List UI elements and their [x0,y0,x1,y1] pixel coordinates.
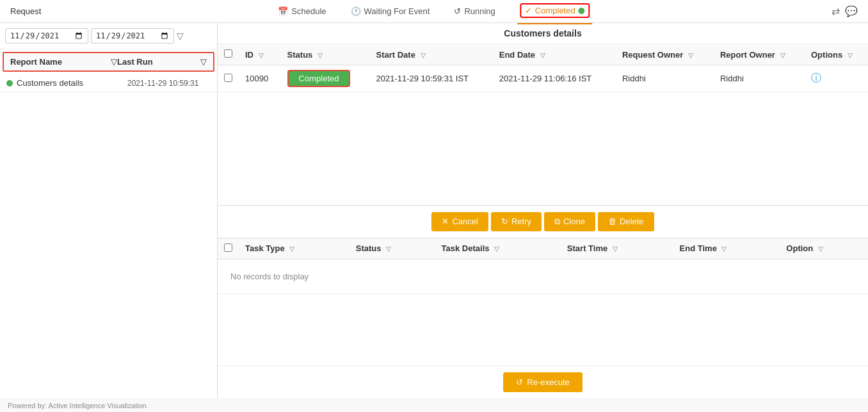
row-request-owner: Riddhi [616,65,714,92]
option-col-header: Option ▽ [780,238,868,260]
left-panel: ▽ Report Name ▽ Last Run ▽ Customers det… [0,23,218,399]
request-label: Request [10,6,41,16]
date-from-input[interactable] [5,28,88,44]
detail-header: Customers details [218,23,868,44]
tab-waiting-for-event[interactable]: 🕐 Waiting For Event [348,1,433,21]
row-options: ⓘ [805,65,868,92]
cancel-button[interactable]: ✕ Cancel [431,212,488,231]
table-row[interactable]: 10090 Completed 2021-11-29 10:59:31 IST … [218,65,868,92]
start-time-col-header: Start Time ▽ [561,238,673,260]
no-records-text: No records to display [224,264,862,289]
lower-table-inner: Task Type ▽ Status ▽ Task Details ▽ Star… [218,238,868,366]
upper-table-area: ID ▽ Status ▽ Start Date ▽ End Date ▽ Re… [218,44,868,206]
task-details-filter-icon[interactable]: ▽ [494,245,499,252]
tab-schedule[interactable]: 📅 Schedule [275,1,328,21]
schedule-icon: 📅 [278,6,288,16]
top-nav-right: ⇄ 💬 [832,5,858,17]
status-filter-icon[interactable]: ▽ [317,52,323,59]
options-col-header: Options ▽ [805,44,868,65]
tab-schedule-label: Schedule [291,6,326,16]
task-type-col-header: Task Type ▽ [239,238,350,260]
footer: Powered by: Active Intelligence Visualiz… [0,399,868,412]
tab-running-label: Running [464,6,495,16]
end-time-col-header: End Time ▽ [673,238,780,260]
message-icon[interactable]: 💬 [845,5,858,17]
tab-completed[interactable]: ✓ Completed [517,0,593,24]
end-date-col-header: End Date ▽ [493,44,616,65]
action-buttons: ✕ Cancel ↻ Retry ⧉ Clone 🗑 Delete [218,206,868,238]
row-start-date: 2021-11-29 10:59:31 IST [369,65,492,92]
task-type-filter-icon[interactable]: ▽ [289,245,294,252]
start-date-col-header: Start Date ▽ [369,44,492,65]
request-owner-col-header: Request Owner ▽ [616,44,714,65]
date-filter-row: ▽ [0,23,217,49]
delete-label: Delete [620,217,644,226]
row-status: Completed [281,65,370,92]
report-row[interactable]: Customers details 2021-11-29 10:59:31 [0,74,217,92]
completed-dot [579,8,585,14]
end-time-filter-icon[interactable]: ▽ [721,245,727,252]
status-badge: Completed [287,70,351,87]
date-filter-icon[interactable]: ▽ [177,31,184,41]
clone-button[interactable]: ⧉ Clone [544,212,595,231]
row-checkbox-cell [218,65,239,92]
info-icon[interactable]: ⓘ [811,72,821,83]
id-col-header: ID ▽ [239,44,281,65]
lower-status-filter-icon[interactable]: ▽ [386,245,391,252]
start-date-filter-icon[interactable]: ▽ [421,52,426,59]
last-run-col-header: Last Run [117,57,200,67]
refresh-icon[interactable]: ⇄ [832,5,840,17]
option-filter-icon[interactable]: ▽ [818,245,823,252]
delete-icon: 🗑 [608,217,616,226]
lower-table-area: Task Type ▽ Status ▽ Task Details ▽ Star… [218,238,868,399]
request-owner-filter-icon[interactable]: ▽ [688,52,693,59]
clone-label: Clone [563,217,585,226]
cancel-icon: ✕ [442,217,449,226]
upper-checkbox-col [218,44,239,65]
report-owner-filter-icon[interactable]: ▽ [780,52,785,59]
report-name-col-header: Report Name [10,57,111,67]
clone-icon: ⧉ [554,217,560,227]
main-layout: ▽ Report Name ▽ Last Run ▽ Customers det… [0,23,868,399]
row-checkbox[interactable] [224,74,232,82]
upper-select-all-checkbox[interactable] [224,49,232,58]
task-details-col-header: Task Details ▽ [435,238,561,260]
re-execute-label: Re-execute [527,377,569,387]
upper-table-header-row: ID ▽ Status ▽ Start Date ▽ End Date ▽ Re… [218,44,868,65]
footer-text: Powered by: Active Intelligence Visualiz… [8,402,147,409]
report-row-name: Customers details [17,78,127,88]
options-filter-icon[interactable]: ▽ [848,52,853,59]
tab-running[interactable]: ↺ Running [451,1,497,21]
report-owner-col-header: Report Owner ▽ [714,44,805,65]
status-col-header: Status ▽ [281,44,370,65]
row-id: 10090 [239,65,281,92]
running-icon: ↺ [454,6,461,16]
lower-table-header-row: Task Type ▽ Status ▽ Task Details ▽ Star… [218,238,868,260]
lower-select-all-checkbox[interactable] [224,243,232,252]
start-time-filter-icon[interactable]: ▽ [613,245,618,252]
lower-status-col-header: Status ▽ [350,238,435,260]
lower-table: Task Type ▽ Status ▽ Task Details ▽ Star… [218,238,868,294]
row-status-dot [6,80,13,87]
retry-icon: ↻ [501,217,508,226]
retry-button[interactable]: ↻ Retry [491,212,542,231]
re-execute-button[interactable]: ↺ Re-execute [503,372,582,392]
lower-checkbox-col [218,238,239,260]
report-name-filter-icon[interactable]: ▽ [111,57,117,67]
nav-tabs: 📅 Schedule 🕐 Waiting For Event ↺ Running… [275,0,592,24]
re-execute-row: ↺ Re-execute [218,365,868,399]
cancel-label: Cancel [452,217,478,226]
id-filter-icon[interactable]: ▽ [259,52,264,59]
upper-table: ID ▽ Status ▽ Start Date ▽ End Date ▽ Re… [218,44,868,92]
date-to-input[interactable] [91,28,174,44]
row-end-date: 2021-11-29 11:06:16 IST [493,65,616,92]
waiting-icon: 🕐 [351,6,361,16]
top-navigation: Request 📅 Schedule 🕐 Waiting For Event ↺… [0,0,868,23]
delete-button[interactable]: 🗑 Delete [598,212,654,231]
end-date-filter-icon[interactable]: ▽ [540,52,545,59]
last-run-filter-icon[interactable]: ▽ [200,57,207,67]
report-row-lastrun: 2021-11-29 10:59:31 [127,79,211,88]
right-panel: Customers details ID ▽ Status ▽ Start Da… [218,23,868,399]
no-records-row: No records to display [218,259,868,293]
retry-label: Retry [511,217,531,226]
